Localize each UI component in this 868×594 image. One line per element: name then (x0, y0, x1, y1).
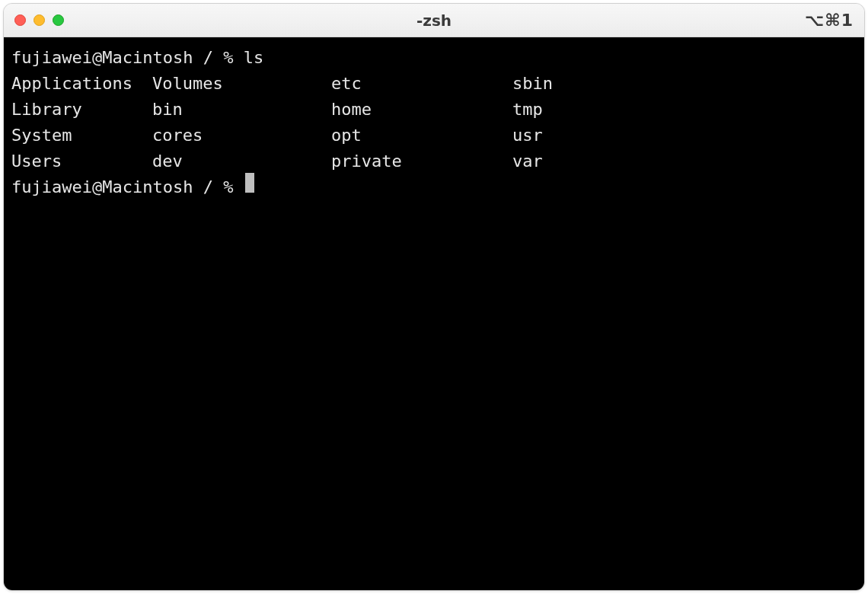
prompt-text: fujiawei@Macintosh / % (11, 174, 244, 200)
ls-item: bin (152, 97, 331, 123)
cursor (245, 173, 254, 193)
maximize-button[interactable] (53, 14, 64, 26)
ls-item: sbin (512, 71, 857, 97)
ls-item: Library (11, 97, 152, 123)
ls-item: opt (331, 123, 512, 148)
minimize-button[interactable] (34, 14, 45, 26)
ls-item: private (331, 148, 512, 174)
tab-shortcut-indicator: ⌥⌘1 (805, 11, 854, 30)
traffic-lights (14, 14, 64, 26)
ls-item: Applications (11, 71, 152, 97)
ls-item: Volumes (152, 71, 331, 97)
prompt-text: fujiawei@Macintosh / % (11, 45, 244, 71)
ls-item: cores (152, 123, 331, 148)
command-text: ls (244, 45, 264, 71)
ls-item: home (331, 97, 512, 123)
titlebar: -zsh ⌥⌘1 (4, 4, 864, 37)
ls-output: ApplicationsVolumesetcsbinLibrarybinhome… (11, 71, 857, 174)
close-button[interactable] (14, 14, 26, 26)
window-title: -zsh (4, 11, 864, 30)
ls-item: dev (152, 148, 331, 174)
ls-item: etc (331, 71, 512, 97)
ls-item: var (512, 148, 857, 174)
ls-item: Users (11, 148, 152, 174)
ls-item: usr (512, 123, 857, 148)
terminal-window: -zsh ⌥⌘1 fujiawei@Macintosh / % lsApplic… (3, 3, 865, 591)
terminal-content[interactable]: fujiawei@Macintosh / % lsApplicationsVol… (4, 37, 864, 590)
ls-item: System (11, 123, 152, 148)
ls-item: tmp (512, 97, 857, 123)
